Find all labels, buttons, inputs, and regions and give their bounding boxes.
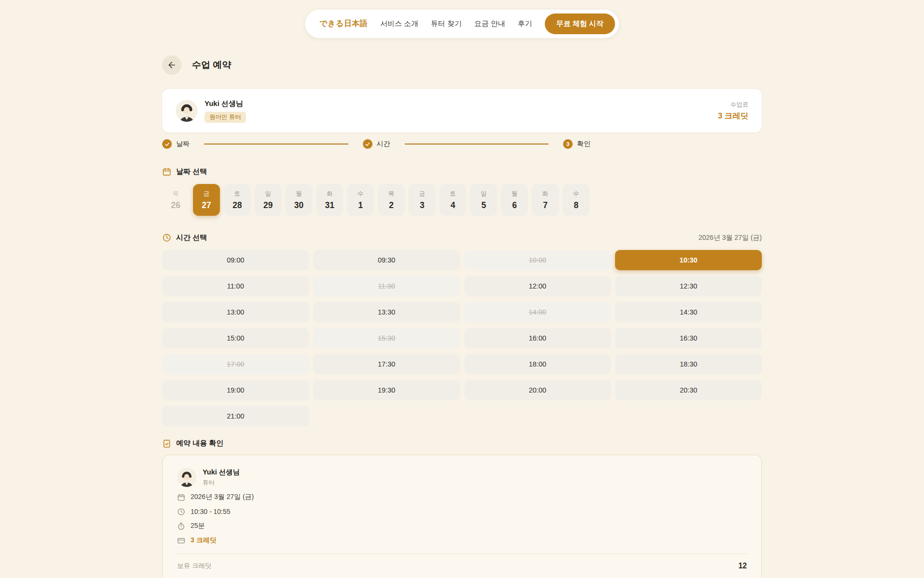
clipboard-check-icon: [162, 439, 171, 448]
tutor-name: Yuki 선생님: [205, 99, 246, 108]
date-pill[interactable]: 일 29: [255, 184, 282, 216]
nav-item[interactable]: 요금 안내: [474, 19, 505, 28]
fee-value: 3 크레딧: [718, 111, 748, 121]
time-section-header: 시간 선택 2026년 3월 27일 (금): [162, 233, 762, 242]
time-slot-label: 18:00: [529, 360, 546, 368]
summary-credits-row: 3 크레딧: [177, 536, 747, 545]
time-section-title-wrap: 시간 선택: [162, 233, 207, 242]
time-slot-label: 16:00: [529, 334, 546, 342]
summary-tutor-name: Yuki 선생님: [203, 468, 240, 477]
date-pill[interactable]: 금 3: [409, 184, 436, 216]
time-slot-label: 13:30: [378, 308, 395, 316]
time-slot: 17:00: [162, 354, 309, 374]
time-slot[interactable]: 12:30: [615, 276, 762, 296]
time-slot[interactable]: 17:30: [313, 354, 460, 374]
time-slot-label: 20:30: [680, 386, 697, 394]
time-slot[interactable]: 21:00: [162, 406, 309, 426]
date-pill-weekday: 일: [481, 190, 487, 198]
time-slot[interactable]: 13:30: [313, 302, 460, 322]
date-pill-weekday: 목: [388, 190, 395, 198]
step-label: 날짜: [176, 140, 190, 148]
date-pill[interactable]: 수 1: [347, 184, 374, 216]
time-slot[interactable]: 18:00: [464, 354, 611, 374]
back-button[interactable]: [162, 55, 181, 75]
date-section-title: 날짜 선택: [176, 167, 207, 176]
main-nav: できる日本語 서비스 소개 튜터 찾기 요금 안내 후기 무료 체험 시작: [305, 10, 619, 38]
step-time: 시간: [363, 139, 390, 149]
date-pill[interactable]: 일 5: [470, 184, 497, 216]
step-label: 시간: [377, 140, 390, 148]
nav-item[interactable]: 후기: [518, 19, 532, 28]
time-slot-label: 11:00: [227, 282, 244, 290]
time-slot[interactable]: 16:00: [464, 328, 611, 348]
date-pill[interactable]: 토 4: [439, 184, 466, 216]
date-pill[interactable]: 월 6: [501, 184, 528, 216]
time-slot[interactable]: 09:30: [313, 250, 460, 270]
time-slot-label: 10:30: [680, 256, 697, 264]
time-slot-label: 13:00: [227, 308, 244, 316]
nav-item[interactable]: 튜터 찾기: [431, 19, 462, 28]
time-slot[interactable]: 15:00: [162, 328, 309, 348]
time-slot[interactable]: 10:30: [615, 250, 762, 270]
time-slot[interactable]: 09:00: [162, 250, 309, 270]
date-pill[interactable]: 월 30: [285, 184, 312, 216]
time-slot[interactable]: 19:30: [313, 380, 460, 400]
time-slot[interactable]: 13:00: [162, 302, 309, 322]
date-pill-weekday: 수: [573, 190, 579, 198]
native-tutor-badge: 원어민 튜터: [205, 112, 246, 123]
calendar-icon: [177, 493, 185, 501]
time-slot: 14:00: [464, 302, 611, 322]
date-pill[interactable]: 수 8: [563, 184, 590, 216]
time-slot[interactable]: 11:00: [162, 276, 309, 296]
clock-icon: [177, 508, 185, 516]
step-connector: [405, 144, 549, 144]
time-slot[interactable]: 20:30: [615, 380, 762, 400]
balance-row: 보유 크레딧 12: [177, 562, 747, 570]
date-pill[interactable]: 토 28: [224, 184, 251, 216]
time-slot-label: 18:30: [680, 360, 697, 368]
date-pill-day: 5: [481, 200, 486, 210]
date-pill[interactable]: 목 2: [378, 184, 405, 216]
date-pill[interactable]: 화 7: [532, 184, 559, 216]
selected-date-label: 2026년 3월 27일 (금): [699, 234, 762, 242]
step-confirm: 3 확인: [563, 139, 590, 149]
brand-logo[interactable]: できる日本語: [320, 19, 368, 29]
date-pill-day: 4: [450, 200, 455, 210]
time-slot: 10:00: [464, 250, 611, 270]
nav-item[interactable]: 서비스 소개: [380, 19, 418, 28]
topbar-wrap: できる日本語 서비스 소개 튜터 찾기 요금 안내 후기 무료 체험 시작: [0, 0, 924, 38]
tutor-info: Yuki 선생님 원어민 튜터: [176, 99, 246, 123]
time-slot[interactable]: 18:30: [615, 354, 762, 374]
time-slot: 15:30: [313, 328, 460, 348]
time-slot-label: 12:00: [529, 282, 546, 290]
time-slot[interactable]: 20:00: [464, 380, 611, 400]
date-pill-weekday: 금: [419, 190, 425, 198]
fee-block: 수업료 3 크레딧: [718, 101, 748, 121]
time-slot-label: 11:30: [378, 282, 395, 290]
tutor-avatar: [176, 100, 198, 122]
time-slot[interactable]: 14:30: [615, 302, 762, 322]
date-pill[interactable]: 화 31: [316, 184, 343, 216]
date-pill-weekday: 일: [265, 190, 271, 198]
free-trial-button[interactable]: 무료 체험 시작: [545, 13, 615, 34]
time-slot[interactable]: 19:00: [162, 380, 309, 400]
time-slot-label: 09:30: [378, 256, 395, 264]
date-pill-day: 6: [512, 200, 517, 210]
time-slot-label: 19:00: [227, 386, 244, 394]
date-pill-day: 26: [171, 200, 180, 210]
time-slot-label: 20:00: [529, 386, 546, 394]
date-pill-weekday: 월: [512, 190, 518, 198]
date-pill-day: 1: [358, 200, 363, 210]
summary-credits: 3 크레딧: [191, 536, 217, 545]
date-pill-weekday: 목: [173, 190, 179, 198]
time-slot-label: 12:30: [680, 282, 697, 290]
time-slot-label: 14:30: [680, 308, 697, 316]
time-slot[interactable]: 12:00: [464, 276, 611, 296]
time-slot-label: 09:00: [227, 256, 244, 264]
progress-steps: 날짜 시간 3 확인: [162, 138, 590, 150]
time-slot[interactable]: 16:30: [615, 328, 762, 348]
summary-date: 2026년 3월 27일 (금): [191, 493, 254, 501]
nav-items: 서비스 소개 튜터 찾기 요금 안내 후기: [380, 19, 532, 28]
date-pill[interactable]: 금 27: [193, 184, 220, 216]
clock-icon: [162, 233, 171, 242]
